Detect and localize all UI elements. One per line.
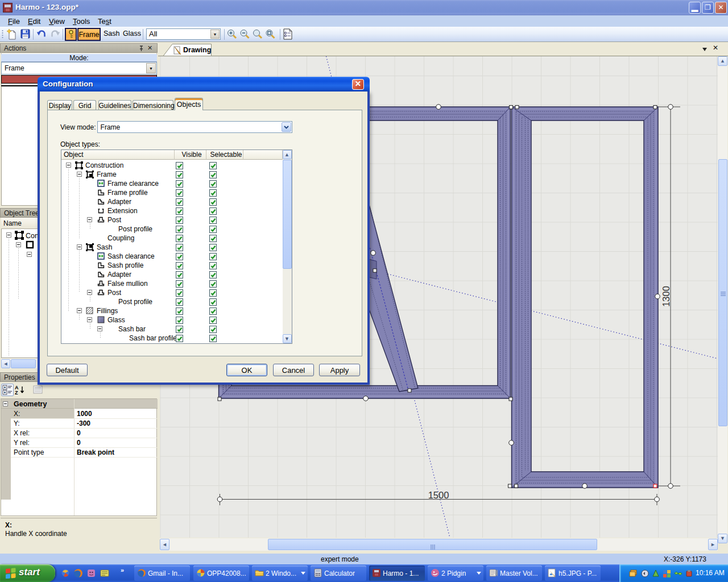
svg-text:Z: Z	[15, 390, 18, 395]
svg-text:1500: 1500	[428, 490, 449, 500]
svg-text:1300: 1300	[661, 286, 671, 307]
